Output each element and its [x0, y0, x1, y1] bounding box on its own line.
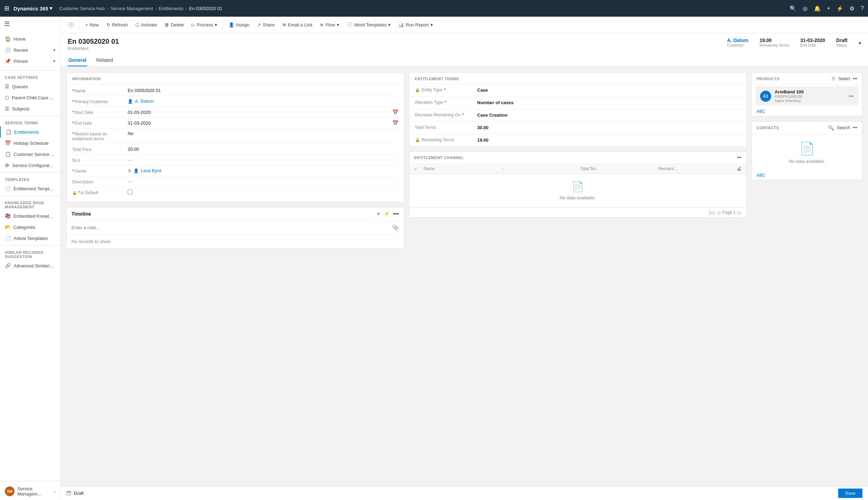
sidebar-item-home[interactable]: 🏠 Home [0, 33, 60, 44]
products-card: PRODUCTS ☰ Select ••• A1 ArmBa [751, 72, 862, 116]
help-icon[interactable]: ? [861, 5, 864, 11]
sidebar-item-parent-child-case[interactable]: ⬡ Parent Child Case ... [0, 92, 60, 103]
channel-sort-icon[interactable]: ↑ [502, 167, 579, 171]
channel-more-button[interactable]: ••• [737, 155, 741, 160]
contacts-title: CONTACTS [757, 126, 779, 130]
breadcrumb-item-2[interactable]: Entitlements [159, 6, 184, 11]
app-grid-icon[interactable]: ⊞ [4, 5, 9, 12]
sidebar-item-advanced-similar[interactable]: 🔗 Advanced Similari... [0, 260, 60, 271]
field-restrict-value[interactable]: No [128, 131, 134, 136]
refresh-button[interactable]: ↻ Refresh [103, 20, 131, 30]
channel-page-first-icon[interactable]: |◁ [709, 210, 714, 215]
delete-button[interactable]: 🗑 Delete [161, 20, 187, 30]
plus-icon[interactable]: + [827, 5, 830, 11]
sidebar-item-entitlement-template[interactable]: 📄 Entitlement Templ... [0, 183, 60, 194]
contacts-more-button[interactable]: ••• [853, 125, 857, 130]
timeline-more-icon[interactable]: ••• [393, 211, 399, 217]
field-start-date-value[interactable]: 01-03-2020 [128, 110, 151, 115]
end-date-calendar-icon[interactable]: 📅 [392, 120, 398, 126]
products-title: PRODUCTS [757, 77, 780, 81]
sidebar-bottom-item[interactable]: SM Service Managem... › [0, 483, 60, 500]
channel-panel-header: ENTITLEMENT CHANNEL ••• [409, 152, 747, 164]
contacts-search-icon[interactable]: 🔍 [828, 125, 834, 131]
meta-expand-icon[interactable]: ▾ [859, 38, 861, 46]
activate-button[interactable]: ⬡ Activate [132, 20, 160, 30]
timeline-add-icon[interactable]: + [377, 211, 380, 217]
user-avatar: SM [5, 486, 15, 496]
search-icon[interactable]: 🔍 [790, 5, 797, 12]
save-button[interactable]: Save [838, 489, 862, 498]
channel-col-remain: Remaini... [658, 166, 735, 171]
products-header: PRODUCTS ☰ Select ••• [752, 73, 862, 85]
new-button[interactable]: + New [82, 20, 102, 30]
flow-button[interactable]: ≋ Flow ▾ [316, 20, 342, 30]
contacts-link[interactable]: ABC [752, 171, 862, 180]
sidebar-item-queues[interactable]: ☰ Queues [0, 81, 60, 92]
field-sla-value[interactable]: --- [128, 157, 132, 162]
field-primary-customer: *Primary Customer 👤 A. Datum [72, 96, 398, 107]
field-end-date-value[interactable]: 31-03-2020 [128, 120, 151, 126]
record-header: En 03052020 01 Entitlement A. Datum Cust… [61, 33, 868, 67]
share-button[interactable]: ↗ Share [254, 20, 278, 30]
channel-print-icon[interactable]: 🖨 [737, 166, 741, 172]
product-more-icon-0[interactable]: ••• [849, 93, 854, 99]
record-meta: A. Datum Customer 19.00 Remaining Terms … [727, 38, 861, 47]
sidebar-hamburger[interactable]: ☰ [0, 17, 60, 31]
meta-end-date: 31-03-2020 End Date [800, 38, 825, 47]
field-description-value[interactable]: --- [128, 179, 132, 184]
recent-icon: 🕐 [5, 47, 11, 53]
bell-icon[interactable]: 🔔 [814, 5, 821, 12]
process-chevron-icon: ▾ [215, 22, 217, 27]
sidebar-item-recent[interactable]: 🕐 Recent ▾ [0, 44, 60, 56]
product-item-0: A1 ArmBand 100 PRDPKGAB100 Sales Invento… [755, 86, 859, 106]
field-total-price-value[interactable]: 20.00 [128, 147, 139, 152]
timeline-note-input[interactable] [71, 225, 389, 230]
sidebar-group-service-terms: Service Terms [0, 117, 60, 126]
timeline-empty: No records to show. [67, 235, 404, 248]
field-name-value[interactable]: En 03052020 01 [128, 88, 161, 93]
process-button[interactable]: ▷ Process ▾ [188, 20, 221, 30]
timeline-filter-icon[interactable]: ⚡ [384, 211, 390, 217]
history-back-button[interactable]: 🕐 [65, 20, 77, 30]
channel-page-next-icon[interactable]: ▷ [738, 210, 741, 215]
ent-entity-type: 🔒 Entity Type * Case [409, 84, 747, 97]
gear-icon[interactable]: ⚙ [850, 5, 854, 12]
tab-related[interactable]: Related [95, 55, 113, 66]
run-report-button[interactable]: 📊 Run Report ▾ [395, 20, 436, 30]
status-bar-icon[interactable]: 🗖 [66, 491, 71, 496]
channel-page-prev-icon[interactable]: ◁ [716, 210, 720, 215]
contacts-search-label[interactable]: Search [837, 125, 850, 130]
field-primary-customer-value[interactable]: A. Datum [135, 99, 154, 104]
sidebar-item-subjects[interactable]: ☰ Subjects [0, 103, 60, 114]
sidebar-item-entitlements[interactable]: 📋 Entitlements [0, 126, 60, 138]
products-link[interactable]: ABC [752, 107, 862, 116]
assign-button[interactable]: 👤 Assign [225, 20, 253, 30]
timeline-attach-icon[interactable]: 📎 [392, 224, 399, 231]
email-link-button[interactable]: ✉ Email a Link [279, 20, 316, 30]
sidebar-item-service-config[interactable]: ⚙ Service Configurat... [0, 160, 60, 171]
sidebar-item-categories[interactable]: 📂 Categories [0, 222, 60, 233]
sidebar-item-pinned[interactable]: 📌 Pinned ▾ [0, 56, 60, 67]
sidebar-item-embedded-knowl[interactable]: 📚 Embedded Knowl... [0, 210, 60, 222]
left-col: INFORMATION *Name En 03052020 01 [66, 72, 404, 249]
delete-icon: 🗑 [164, 22, 169, 27]
sidebar-item-customer-service[interactable]: 📋 Customer Service ... [0, 149, 60, 160]
record-subtitle: Entitlement [68, 46, 119, 51]
filter-icon[interactable]: ⚡ [836, 5, 843, 12]
ent-entity-type-value: Case [477, 88, 741, 93]
field-is-default-checkbox[interactable] [128, 190, 133, 194]
sidebar-item-article-templates[interactable]: 📄 Article Templates [0, 233, 60, 244]
breadcrumb-item-0[interactable]: Customer Service Hub [59, 6, 105, 11]
tab-general[interactable]: General [68, 55, 87, 66]
products-select-button[interactable]: Select [839, 76, 850, 81]
products-more-button[interactable]: ••• [853, 76, 857, 81]
field-owner-value[interactable]: Lesa Byrd [141, 168, 161, 173]
brand-chevron-icon[interactable]: ▾ [50, 5, 52, 11]
start-date-calendar-icon[interactable]: 📅 [392, 109, 398, 115]
sidebar-item-holiday-schedule[interactable]: 📅 Holiday Schedule [0, 138, 60, 149]
word-templates-button[interactable]: 📄 Word Templates ▾ [343, 20, 394, 30]
meta-end-date-value: 31-03-2020 [800, 38, 825, 43]
breadcrumb-item-1[interactable]: Service Management [110, 6, 153, 11]
meta-customer-value[interactable]: A. Datum [727, 38, 748, 43]
copilot-icon[interactable]: ◎ [803, 5, 808, 12]
